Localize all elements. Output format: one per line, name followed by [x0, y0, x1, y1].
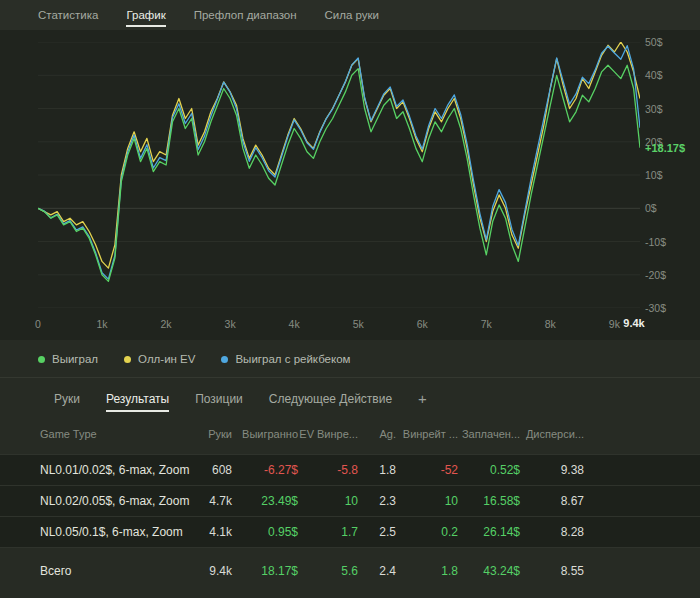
chart-legend: Выиграл Олл-ин EV Выиграл с рейкбеком: [0, 340, 700, 368]
cell-won: 0.95$: [232, 525, 298, 539]
cell-ev-winrate: 1.7: [298, 525, 358, 539]
x-axis-tick: 9k: [609, 318, 620, 330]
table-body: NL0.01/0.02$, 6-max, Zoom 608 -6.27$ -5.…: [0, 454, 700, 548]
legend-item-won[interactable]: Выиграл: [38, 353, 98, 365]
tab-results[interactable]: Результаты: [106, 392, 169, 410]
cell-hands: 9.4k: [190, 564, 232, 578]
col-header-ag[interactable]: Ag.: [358, 428, 396, 440]
current-value-badge: +18.17$: [645, 142, 685, 154]
series-won_rakeback: [38, 46, 640, 279]
y-axis-tick: 10$: [645, 169, 663, 181]
table-total-row[interactable]: Всего 9.4k 18.17$ 5.6 2.4 1.8 43.24$ 8.5…: [0, 556, 700, 586]
x-axis-tick: 5k: [353, 318, 364, 330]
cell-game-type: NL0.02/0.05$, 6-max, Zoom: [40, 494, 190, 508]
x-axis-tick: 1k: [96, 318, 107, 330]
total-hands-label: 9.4k: [623, 317, 644, 329]
x-axis-tick: 7k: [481, 318, 492, 330]
col-header-ev-winrate[interactable]: EV Винре...: [298, 428, 358, 440]
tab-graph[interactable]: График: [126, 1, 165, 30]
cell-rake-paid: 0.52$: [458, 463, 520, 477]
top-tab-bar: Статистика График Префлоп диапазон Сила …: [0, 0, 700, 30]
cell-game-type: NL0.01/0.02$, 6-max, Zoom: [40, 463, 190, 477]
cell-rake-paid: 16.58$: [458, 494, 520, 508]
cell-won: -6.27$: [232, 463, 298, 477]
x-axis-tick: 4k: [289, 318, 300, 330]
col-header-hands[interactable]: Руки: [190, 428, 232, 440]
chart-plot-area[interactable]: [38, 42, 640, 308]
x-axis: 01k2k3k4k5k6k7k8k9k: [38, 318, 640, 332]
cell-hands: 4.7k: [190, 494, 232, 508]
tab-statistics[interactable]: Статистика: [38, 1, 98, 30]
cell-ag: 2.5: [358, 525, 396, 539]
y-axis-tick: -30$: [645, 302, 666, 314]
x-axis-tick: 0: [35, 318, 41, 330]
y-axis-tick: 40$: [645, 69, 663, 81]
tab-hand-strength[interactable]: Сила руки: [325, 1, 380, 30]
legend-label: Выиграл: [52, 353, 98, 365]
table-header-row: Game Type Руки Выигранно EV Винре... Ag.…: [0, 422, 700, 454]
x-axis-tick: 3k: [225, 318, 236, 330]
cell-winrate: 1.8: [396, 564, 458, 578]
x-axis-tick: 8k: [545, 318, 556, 330]
add-tab-button[interactable]: +: [418, 393, 427, 409]
cell-hands: 4.1k: [190, 525, 232, 539]
legend-label: Выиграл с рейкбеком: [235, 353, 350, 365]
y-axis-tick: 30$: [645, 103, 663, 115]
cell-won: 23.49$: [232, 494, 298, 508]
cell-total-label: Всего: [40, 564, 190, 578]
equity-curve-chart[interactable]: 50$40$30$20$10$0$-10$-20$-30$ +18.17$ 01…: [0, 30, 700, 340]
x-axis-tick: 6k: [417, 318, 428, 330]
results-section: Руки Результаты Позиции Следующее Действ…: [0, 377, 700, 586]
cell-hands: 608: [190, 463, 232, 477]
y-axis-tick: -20$: [645, 269, 666, 281]
table-row[interactable]: NL0.05/0.1$, 6-max, Zoom 4.1k 0.95$ 1.7 …: [0, 516, 700, 548]
won-series-dot-icon: [38, 356, 45, 363]
cell-winrate: 0.2: [396, 525, 458, 539]
cell-dispersion: 9.38: [520, 463, 584, 477]
cell-ev-winrate: 10: [298, 494, 358, 508]
cell-ag: 2.4: [358, 564, 396, 578]
cell-ev-winrate: 5.6: [298, 564, 358, 578]
legend-item-allin-ev[interactable]: Олл-ин EV: [124, 353, 195, 365]
col-header-game-type[interactable]: Game Type: [40, 428, 190, 440]
table-row[interactable]: NL0.01/0.02$, 6-max, Zoom 608 -6.27$ -5.…: [0, 454, 700, 485]
won-rakeback-series-dot-icon: [221, 356, 228, 363]
tab-preflop-range[interactable]: Префлоп диапазон: [194, 1, 297, 30]
results-tab-bar: Руки Результаты Позиции Следующее Действ…: [0, 378, 700, 422]
tab-next-action[interactable]: Следующее Действие: [269, 392, 392, 410]
col-header-won[interactable]: Выигранно: [232, 428, 298, 440]
cell-ev-winrate: -5.8: [298, 463, 358, 477]
cell-dispersion: 8.28: [520, 525, 584, 539]
legend-label: Олл-ин EV: [138, 353, 195, 365]
cell-rake-paid: 26.14$: [458, 525, 520, 539]
cell-rake-paid: 43.24$: [458, 564, 520, 578]
y-axis-tick: -10$: [645, 236, 666, 248]
cell-winrate: 10: [396, 494, 458, 508]
col-header-rake-paid[interactable]: Заплачен...: [458, 428, 520, 440]
col-header-winrate[interactable]: Винрейт ...: [396, 428, 458, 440]
x-axis-tick: 2k: [161, 318, 172, 330]
y-axis-tick: 50$: [645, 36, 663, 48]
tab-hands[interactable]: Руки: [54, 392, 80, 410]
y-axis-tick: 0$: [645, 202, 657, 214]
table-row[interactable]: NL0.02/0.05$, 6-max, Zoom 4.7k 23.49$ 10…: [0, 485, 700, 516]
allin-ev-series-dot-icon: [124, 356, 131, 363]
tab-positions[interactable]: Позиции: [195, 392, 243, 410]
legend-item-won-rakeback[interactable]: Выиграл с рейкбеком: [221, 353, 350, 365]
cell-dispersion: 8.55: [520, 564, 584, 578]
cell-ag: 2.3: [358, 494, 396, 508]
y-axis: 50$40$30$20$10$0$-10$-20$-30$: [645, 42, 699, 308]
cell-won: 18.17$: [232, 564, 298, 578]
cell-winrate: -52: [396, 463, 458, 477]
col-header-dispersion[interactable]: Дисперси...: [520, 428, 584, 440]
cell-ag: 1.8: [358, 463, 396, 477]
cell-game-type: NL0.05/0.1$, 6-max, Zoom: [40, 525, 190, 539]
cell-dispersion: 8.67: [520, 494, 584, 508]
series-won: [38, 65, 640, 281]
